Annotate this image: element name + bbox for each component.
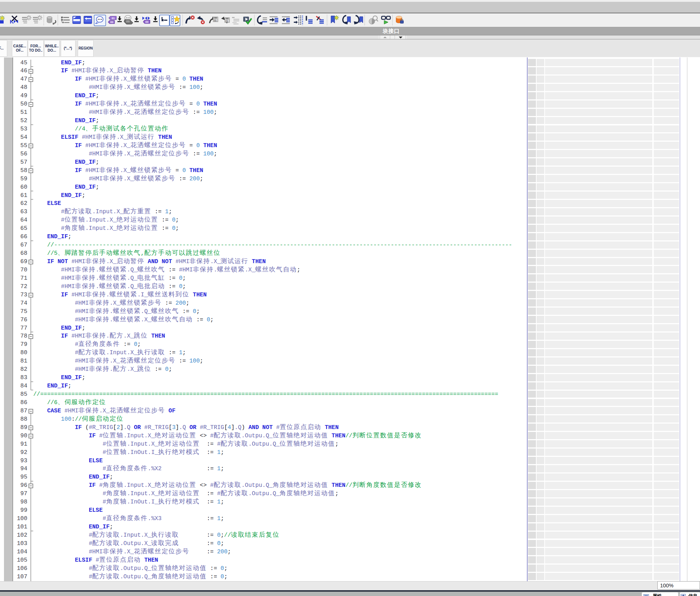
svg-text:01: 01 (214, 19, 217, 22)
svg-text:01: 01 (226, 20, 228, 22)
svg-text:01: 01 (112, 17, 115, 20)
